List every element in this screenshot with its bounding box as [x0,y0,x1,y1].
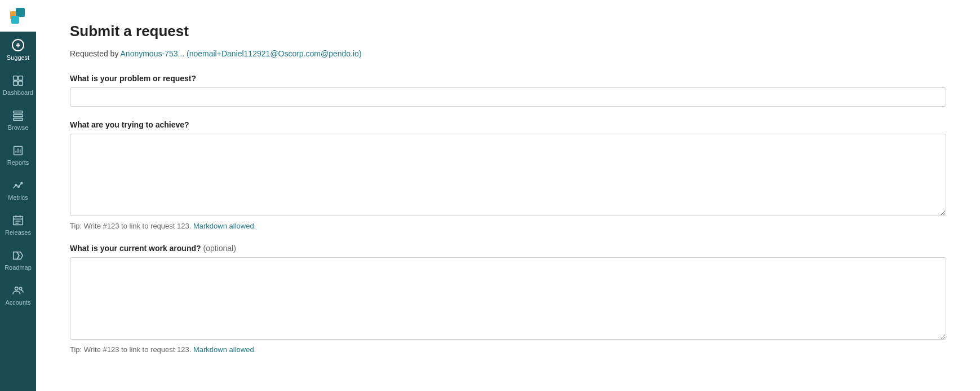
achieve-markdown-link[interactable]: Markdown allowed. [193,222,256,230]
svg-rect-10 [14,111,23,113]
svg-point-27 [19,287,22,290]
svg-rect-2 [11,16,19,24]
plus-circle-icon [11,38,25,52]
requested-by-line: Requested by Anonymous-753... (noemail+D… [70,49,946,58]
svg-rect-1 [16,8,25,17]
main-content: Submit a request Requested by Anonymous-… [36,0,980,391]
sidebar-item-dashboard-label: Dashboard [3,89,33,96]
workaround-markdown-link[interactable]: Markdown allowed. [193,345,256,354]
requested-by-user-link[interactable]: Anonymous-753... (noemail+Daniel112921@O… [121,49,362,58]
svg-rect-7 [19,76,23,80]
sidebar: Suggest Dashboard Browse Reports [0,0,36,391]
accounts-icon [12,284,24,297]
metrics-icon [12,179,24,192]
svg-rect-6 [14,76,17,80]
field-workaround: What is your current work around? (optio… [70,244,946,354]
sidebar-item-suggest[interactable]: Suggest [0,32,36,68]
problem-input[interactable] [70,87,946,107]
field-problem-label: What is your problem or request? [70,74,946,83]
sidebar-item-releases[interactable]: Releases [0,208,36,243]
svg-point-19 [21,182,23,184]
sidebar-item-releases-label: Releases [5,229,31,236]
svg-point-26 [15,287,19,290]
workaround-optional-label: (optional) [203,244,236,253]
sidebar-item-dashboard[interactable]: Dashboard [0,68,36,103]
sidebar-item-roadmap[interactable]: Roadmap [0,243,36,278]
logo-icon [8,6,28,26]
sidebar-item-reports-label: Reports [7,159,29,166]
sidebar-item-reports[interactable]: Reports [0,138,36,173]
releases-icon [12,214,24,227]
svg-rect-11 [14,115,23,117]
svg-rect-8 [14,81,17,85]
workaround-label-text: What is your current work around? [70,244,201,253]
workaround-tip-text: Tip: Write #123 to link to request 123. [70,345,193,354]
achieve-textarea[interactable] [70,134,946,216]
sidebar-item-suggest-label: Suggest [7,54,29,61]
workaround-tip: Tip: Write #123 to link to request 123. … [70,345,946,354]
sidebar-item-browse[interactable]: Browse [0,103,36,138]
reports-icon [12,144,24,157]
achieve-tip-text: Tip: Write #123 to link to request 123. [70,222,193,230]
achieve-tip: Tip: Write #123 to link to request 123. … [70,222,946,230]
svg-point-17 [15,184,17,186]
sidebar-item-accounts-label: Accounts [5,299,30,306]
field-problem: What is your problem or request? [70,74,946,107]
sidebar-item-browse-label: Browse [8,124,29,131]
svg-point-18 [18,186,20,187]
field-achieve: What are you trying to achieve? Tip: Wri… [70,120,946,230]
svg-rect-12 [14,118,23,121]
sidebar-item-roadmap-label: Roadmap [5,264,32,271]
sidebar-item-metrics[interactable]: Metrics [0,173,36,208]
roadmap-icon [12,249,24,262]
field-workaround-label: What is your current work around? (optio… [70,244,946,253]
dashboard-icon [12,74,24,87]
logo-area [0,0,36,32]
browse-icon [12,109,24,122]
requested-by-prefix: Requested by [70,49,121,58]
page-title: Submit a request [70,23,946,40]
field-achieve-label: What are you trying to achieve? [70,120,946,129]
sidebar-item-accounts[interactable]: Accounts [0,278,36,313]
workaround-textarea[interactable] [70,257,946,340]
svg-rect-9 [19,81,23,85]
sidebar-item-metrics-label: Metrics [8,194,28,201]
